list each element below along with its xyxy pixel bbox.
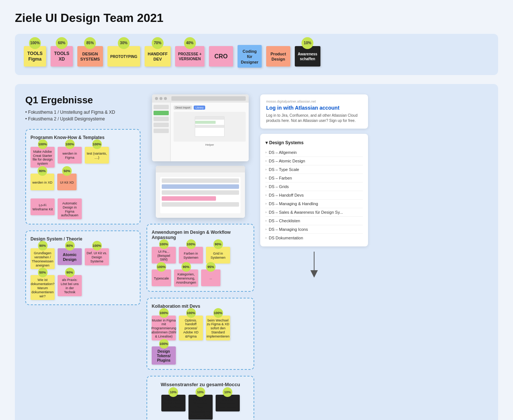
ds-item-6[interactable]: › DS – Managing & Handling bbox=[265, 200, 363, 208]
sticky-cro: CRO bbox=[209, 42, 233, 67]
sticky-awareness-top: 10% Awarenessschaffen bbox=[295, 42, 320, 67]
badge-anw-5: 90% bbox=[181, 262, 191, 272]
badge-anw-3: 90% bbox=[213, 239, 223, 249]
ds-item-9[interactable]: › DS – Managing Icons bbox=[265, 225, 363, 234]
ds-item-4[interactable]: › DS – Grids bbox=[265, 182, 363, 191]
card-programm-1: Make Adobe Creat Starter file for design… bbox=[30, 147, 55, 168]
ds-chevron-icon-0: › bbox=[265, 151, 267, 154]
figma-main: Direct Import Library Helper bbox=[171, 103, 249, 161]
ds-item-0[interactable]: › DS – Allgemein bbox=[265, 148, 363, 157]
badge-programm-1: 100% bbox=[38, 139, 48, 149]
badge-koll-2: 100% bbox=[186, 308, 196, 318]
ds-item-3[interactable]: › DS – Farben bbox=[265, 174, 363, 182]
ds-item-5[interactable]: › DS – Handoff Devs bbox=[265, 191, 363, 200]
programm-note-1: 100% Make Adobe Creat Starter file for d… bbox=[30, 144, 55, 168]
figma2-row-3 bbox=[162, 190, 239, 195]
sticky-coding: CodingfürDesigner bbox=[238, 41, 262, 68]
q1-bullet-2: Fokusthema 2 / Upskill Designsysteme bbox=[25, 116, 141, 122]
ds-parent-label[interactable]: ▾ Design Systems bbox=[265, 138, 363, 148]
card-awareness-top: Awarenessschaffen bbox=[295, 46, 320, 67]
badge-anw-6: 95% bbox=[206, 262, 216, 272]
sticky-design-systems: 85% DESIGNSYSTEMS bbox=[77, 42, 103, 67]
card-ds-2: Atomic Design bbox=[58, 248, 82, 265]
figma-toolbar: Direct Import Library bbox=[174, 106, 246, 110]
ds-chevron-icon-4: › bbox=[265, 185, 267, 188]
badge-programm-3: 100% bbox=[92, 139, 102, 149]
ds-chevron-icon-8: › bbox=[265, 219, 267, 223]
card-programm-7: Automatic Design in Figma aufschauen bbox=[58, 198, 82, 219]
figma2-row-5 bbox=[162, 202, 239, 207]
badge-awareness-top: 10% bbox=[301, 37, 313, 49]
atlassian-title: Log in with Atlassian account bbox=[266, 105, 362, 111]
ds-chevron-icon-7: › bbox=[265, 210, 267, 214]
badge-ds-5: 90% bbox=[65, 268, 75, 277]
figma-sidebar-item-1 bbox=[154, 105, 169, 109]
card-anw-4: Typescale bbox=[152, 269, 171, 286]
sticky-prozesse: 40% PROZESSE +VERSIONEN bbox=[175, 42, 204, 67]
badge-koll-1: 100% bbox=[159, 308, 169, 318]
col-middle: Direct Import Library Helper bbox=[146, 94, 254, 420]
ds-note-5: 90% als Praxis: Löst bei uns in der Tech… bbox=[58, 272, 82, 296]
badge-koll-3: 100% bbox=[213, 308, 223, 318]
card-ds-3: Def. UI Kit vs. Design Systeme bbox=[85, 248, 109, 265]
figma-screenshot-2 bbox=[156, 166, 245, 218]
design-systems-panel: ▾ Design Systems › DS – Allgemein › DS –… bbox=[260, 134, 368, 246]
card-wiss-3: Monitor Awareness ganz Moccu bbox=[216, 395, 240, 411]
ds-item-1[interactable]: › DS – Atomic Design bbox=[265, 157, 363, 165]
figma-canvas bbox=[174, 112, 246, 142]
ds-chevron-icon-2: › bbox=[265, 168, 267, 171]
card-programm-3: test (variants, ....) bbox=[85, 147, 109, 164]
main-section: Q1 Ergebnisse Fokusthema 1 / Umstellung … bbox=[15, 84, 498, 420]
kollaboration-notes: 100% Muster in Figma mit Programmierung … bbox=[152, 313, 249, 365]
col-right: mosso.digitalpartner.atlassian.net Log i… bbox=[260, 94, 368, 281]
ds-chevron-icon-1: › bbox=[265, 159, 267, 163]
card-programm-4: werden in XD bbox=[30, 174, 54, 190]
figma-url-bar bbox=[171, 96, 246, 101]
programm-note-4: 80% werden in XD bbox=[30, 171, 54, 190]
badge-wiss-3: 10% bbox=[223, 387, 232, 397]
ds-label-3: DS – Farben bbox=[269, 176, 292, 180]
col-left: Q1 Ergebnisse Fokusthema 1 / Umstellung … bbox=[25, 94, 141, 306]
sticky-tools-xd: 60% TOOLSXD bbox=[51, 42, 73, 67]
figma2-row-2 bbox=[162, 184, 239, 189]
card-design-systems: DESIGNSYSTEMS bbox=[77, 46, 103, 67]
ds-item-2[interactable]: › DS – Type Scale bbox=[265, 165, 363, 174]
ds-chevron-icon-5: › bbox=[265, 193, 267, 197]
ds-label-10: DS Dokumentation bbox=[269, 236, 303, 240]
anwendungen-notes: 100% UI Pa... (Beispiel Stihl) 100% Farb… bbox=[152, 244, 249, 287]
figma-body: Direct Import Library Helper bbox=[152, 103, 249, 161]
top-notes-section: 100% TOOLSFigma 60% TOOLSXD 85% DESIGNSY… bbox=[15, 34, 498, 75]
badge-anw-1: 100% bbox=[159, 239, 169, 249]
card-anw-5: Kategorien, Benennung, Anordnungen bbox=[174, 269, 198, 286]
ds-label-5: DS – Handoff Devs bbox=[269, 193, 304, 197]
card-koll-2: Optimis. handoff process/ Adobe XD &Figm… bbox=[179, 316, 203, 340]
kollaboration-box-title: Kollaboration mit Devs bbox=[152, 304, 249, 309]
arrow-down-svg bbox=[303, 252, 325, 281]
ds-item-7[interactable]: › DS – Sales & Awareness für Design Sy..… bbox=[265, 208, 363, 217]
badge-prototyping: 30% bbox=[118, 37, 130, 49]
q1-header: Q1 Ergebnisse Fokusthema 1 / Umstellung … bbox=[25, 94, 141, 123]
figma-btn-2: Library bbox=[194, 106, 205, 110]
ds-chevron-icon-3: › bbox=[265, 176, 267, 180]
design-system-box: Design System / Theorie 90% Grundlagen v… bbox=[25, 230, 141, 305]
card-programm-5: UI Kit XD bbox=[57, 174, 77, 190]
atlassian-url: mosso.digitalpartner.atlassian.net bbox=[266, 100, 362, 103]
programm-note-3: 100% test (variants, ....) bbox=[85, 144, 109, 164]
ds-item-8[interactable]: › DS – Checklisten bbox=[265, 217, 363, 225]
badge-programm-4: 80% bbox=[38, 166, 47, 176]
sticky-handoff-dev: 70% HANDOFFDEV bbox=[145, 42, 171, 67]
wiss-note-3: 10% Monitor Awareness ganz Moccu bbox=[216, 392, 240, 411]
badge-programm-5: 50% bbox=[62, 166, 72, 176]
badge-ds-2: 80% bbox=[65, 241, 75, 251]
card-anw-3: Grid in Systemen bbox=[206, 247, 230, 264]
badge-design-systems: 85% bbox=[84, 37, 96, 49]
programm-note-5: 50% UI Kit XD bbox=[57, 171, 77, 190]
card-wiss-1: Awareness im IxD Team schaffen bbox=[161, 395, 185, 411]
programm-note-7: Automatic Design in Figma aufschauen bbox=[58, 196, 82, 219]
card-ds-4: Wie ist dokumentation? Warum dokumentier… bbox=[30, 275, 55, 300]
card-tools-xd: TOOLSXD bbox=[51, 46, 73, 67]
ds-chevron-icon-10: › bbox=[265, 236, 267, 240]
figma-sidebar-item-3 bbox=[154, 117, 169, 121]
ds-item-10[interactable]: › DS Dokumentation bbox=[265, 234, 363, 242]
ds-parent-text: Design Systems bbox=[269, 140, 304, 145]
